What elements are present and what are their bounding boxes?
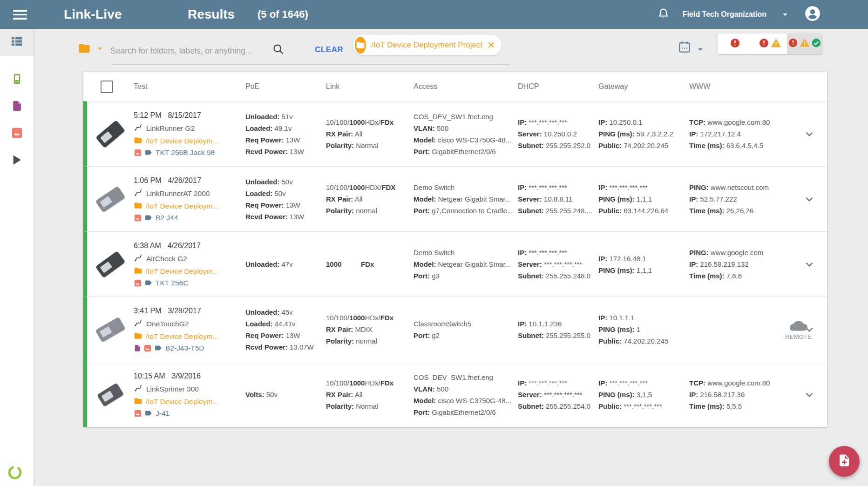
folder-path: /IoT Device Deploym...: [146, 202, 219, 210]
result-label-link[interactable]: TKT 256C: [134, 279, 245, 287]
www-cell: PING: www.netscout.comIP: 52.5.77.222Tim…: [689, 167, 792, 231]
column-header-link[interactable]: Link: [326, 82, 414, 91]
result-label-link[interactable]: J-41: [134, 409, 245, 418]
filter-all-results-button[interactable]: [787, 34, 822, 54]
sidebar-item-results[interactable]: [0, 29, 34, 56]
cable-icon: [134, 384, 143, 395]
device-name: LinkRunnerAT 2000: [146, 189, 210, 198]
expand-row-chevron-icon[interactable]: [802, 388, 816, 402]
column-header-www[interactable]: WWW: [689, 82, 792, 91]
calendar-icon[interactable]: [678, 40, 692, 56]
tag-icon: [154, 344, 162, 352]
access-cell: Demo SwitchModel: Netgear Gigabit Smar..…: [414, 167, 518, 231]
link-cell: 10/100/1000HDx/FDxRX Pair: AllPolarity: …: [326, 362, 414, 427]
result-label-link[interactable]: B2-J43-T5D: [134, 344, 245, 352]
result-folder-link[interactable]: /IoT Device Deploym...: [134, 331, 245, 342]
column-header-access[interactable]: Access: [414, 82, 518, 91]
result-label-link[interactable]: TKT 256B Jack 98: [134, 148, 245, 157]
menu-icon[interactable]: [13, 10, 27, 22]
label-text: TKT 256C: [156, 279, 188, 287]
table-row[interactable]: 10:15 AM3/9/2016 LinkSprinter 300 /IoT D…: [83, 362, 827, 427]
result-folder-link[interactable]: /IoT Device Deploym...: [134, 136, 245, 147]
image-icon: [134, 279, 142, 287]
results-table: Test PoE Link Access DHCP Gateway WWW 5:…: [83, 72, 827, 427]
access-cell: COS_DEV_SW1.fnet.engVLAN: 500Model: cisc…: [414, 362, 518, 427]
remote-label: REMOTE: [785, 333, 812, 340]
sidebar-item-media[interactable]: [0, 120, 34, 147]
cable-icon: [134, 253, 143, 264]
folder-icon: [134, 201, 142, 212]
active-filter-chip[interactable]: /IoT Device Deployment Project ✕: [353, 35, 502, 55]
select-all-checkbox[interactable]: [101, 81, 113, 93]
image-icon: [134, 409, 142, 418]
cloud-icon: [790, 319, 807, 333]
expand-row-chevron-icon[interactable]: [802, 257, 816, 271]
image-icon: [134, 148, 142, 157]
device-name: OneTouchG2: [146, 320, 189, 328]
folder-icon: [134, 136, 142, 147]
column-header-test[interactable]: Test: [134, 82, 245, 91]
cable-icon: [134, 318, 143, 330]
table-row[interactable]: 5:12 PM8/15/2017 LinkRunner G2 /IoT Devi…: [83, 101, 827, 166]
www-cell: REMOTE: [689, 297, 792, 362]
success-icon: [811, 38, 821, 50]
org-dropdown-caret-icon[interactable]: [780, 9, 791, 20]
result-folder-link[interactable]: /IoT Device Deploym...: [134, 266, 245, 277]
clear-button[interactable]: CLEAR: [312, 45, 346, 55]
device-photo: [95, 317, 125, 342]
www-cell: TCP: www.google.com:80IP: 172.217.12.4Ti…: [689, 101, 792, 166]
column-header-dhcp[interactable]: DHCP: [518, 82, 598, 91]
sidebar-item-reports[interactable]: [0, 93, 34, 120]
result-folder-link[interactable]: /IoT Device Deploym...: [134, 397, 245, 407]
poe-cell: Unloaded: 45vLoaded: 44.41vReq Power: 13…: [245, 297, 326, 362]
access-cell: COS_DEV_SW1.fnet.engVLAN: 500Model: cisc…: [414, 101, 518, 166]
table-row[interactable]: 1:06 PM4/26/2017 LinkRunnerAT 2000 /IoT …: [83, 166, 827, 231]
result-timestamp: 5:12 PM8/15/2017: [134, 111, 245, 120]
device-name: AirCheck G2: [146, 255, 187, 263]
document-icon: [11, 100, 23, 114]
notifications-bell-icon[interactable]: [657, 7, 670, 22]
www-cell: TCP: www.google.com:80IP: 216.58.217.36T…: [689, 362, 792, 427]
access-cell: ClassroomSwitch5Port: g2: [414, 297, 518, 362]
column-header-gateway[interactable]: Gateway: [598, 82, 689, 91]
date-dropdown-caret-icon[interactable]: [695, 44, 706, 57]
error-icon: [730, 38, 740, 50]
error-icon: [788, 38, 798, 50]
cable-icon: [134, 123, 143, 134]
result-timestamp: 10:15 AM3/9/2016: [134, 372, 245, 380]
remove-filter-icon[interactable]: ✕: [487, 40, 495, 51]
dhcp-cell: IP: ***.***.***.***Server: 10.8.8.11Subn…: [518, 167, 598, 231]
account-avatar-icon[interactable]: [804, 5, 821, 24]
folder-filter-button[interactable]: [78, 42, 105, 55]
table-row[interactable]: 6:38 AM4/26/2017 AirCheck G2 /IoT Device…: [83, 231, 827, 297]
organization-selector[interactable]: Field Tech Organization: [683, 10, 766, 19]
create-report-fab[interactable]: [829, 446, 860, 477]
search-icon[interactable]: [272, 43, 285, 57]
note-add-icon: [837, 453, 851, 469]
search-input[interactable]: [109, 43, 265, 59]
tag-icon: [144, 148, 152, 156]
folder-path: /IoT Device Deploym...: [146, 398, 219, 406]
result-folder-link[interactable]: /IoT Device Deploym...: [134, 201, 245, 212]
sidebar-item-app-store[interactable]: [0, 147, 34, 174]
device-photo: [97, 383, 124, 407]
folder-icon: [355, 37, 366, 54]
doc-icon: [134, 344, 141, 352]
main-content: CLEAR /IoT Device Deployment Project ✕: [34, 29, 868, 486]
column-header-poe[interactable]: PoE: [245, 82, 326, 91]
label-text: TKT 256B Jack 98: [156, 148, 215, 157]
folder-dropdown-caret-icon[interactable]: [95, 43, 105, 54]
cable-icon: [134, 188, 143, 199]
result-timestamp: 6:38 AM4/26/2017: [134, 242, 245, 250]
filter-errors-button[interactable]: [718, 34, 753, 54]
filter-errors-warnings-button[interactable]: [753, 34, 787, 54]
table-row[interactable]: 3:41 PM3/28/2017 OneTouchG2 /IoT Device …: [83, 297, 827, 362]
expand-row-chevron-icon[interactable]: [802, 127, 816, 141]
tag-icon: [144, 409, 152, 417]
tag-icon: [144, 279, 152, 287]
sidebar-item-units[interactable]: [0, 66, 34, 93]
expand-row-chevron-icon[interactable]: [802, 192, 816, 206]
result-label-link[interactable]: B2 J44: [134, 214, 245, 222]
search-toolbar: CLEAR /IoT Device Deployment Project ✕: [34, 29, 868, 72]
label-text: B2 J44: [156, 214, 178, 222]
